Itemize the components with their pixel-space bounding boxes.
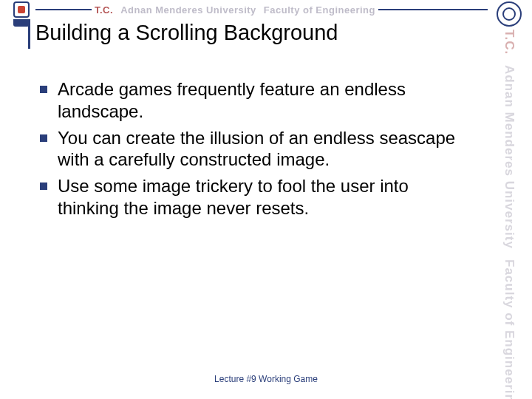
watermark-university: Adnan Menderes University: [502, 65, 516, 249]
header-university: Adnan Menderes University: [120, 4, 256, 16]
university-seal-icon: [497, 1, 522, 27]
bullet-icon: [40, 183, 47, 190]
slide: T.C. Adnan Menderes University Faculty o…: [0, 0, 532, 399]
slide-title: Building a Scrolling Background: [35, 21, 480, 45]
watermark-vertical: T.C. Adnan Menderes University Faculty o…: [491, 30, 528, 392]
bullet-text: Arcade games frequently feature an endle…: [58, 78, 466, 123]
bullet-text: You can create the illusion of an endles…: [58, 127, 466, 171]
list-item: Use some image trickery to fool the user…: [40, 175, 466, 219]
list-item: Arcade games frequently feature an endle…: [40, 78, 466, 123]
header-band: T.C. Adnan Menderes University Faculty o…: [0, 0, 532, 19]
university-logo-left-icon: [10, 1, 33, 31]
header-tc: T.C.: [95, 4, 113, 16]
list-item: You can create the illusion of an endles…: [40, 127, 466, 171]
watermark-tc: T.C.: [502, 30, 516, 55]
slide-body: Arcade games frequently feature an endle…: [40, 78, 466, 224]
bullet-text: Use some image trickery to fool the user…: [58, 175, 466, 219]
bullet-icon: [40, 86, 47, 93]
slide-footer: Lecture #9 Working Game: [0, 374, 532, 384]
bullet-icon: [40, 134, 47, 142]
header-faculty: Faculty of Engineering: [264, 4, 375, 16]
